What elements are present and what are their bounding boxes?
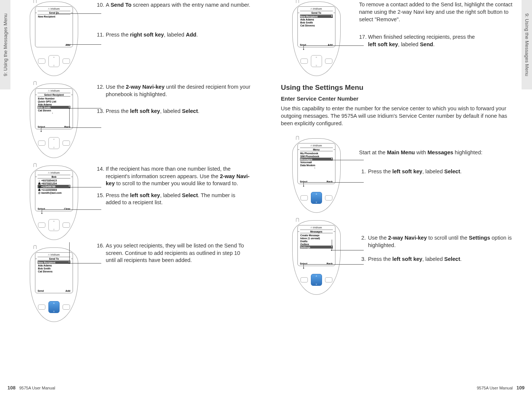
iridium-logo: iridium — [35, 89, 73, 93]
iridium-logo: iridium — [35, 253, 73, 257]
list-item: Cat Steven — [38, 109, 70, 112]
page-spread: 9: Using the Messages Menu iridium Send … — [0, 0, 532, 398]
iridium-logo: iridium — [298, 7, 335, 11]
navpad-highlighted — [48, 301, 60, 313]
list-item: New Recipient — [38, 15, 70, 18]
iridium-logo: iridium — [35, 7, 73, 11]
list-item-selected: Messages — [300, 158, 333, 161]
footer-right: 1099575A User Manual — [477, 385, 525, 391]
iridium-logo: iridium — [298, 225, 335, 230]
email-icon: @ — [38, 192, 41, 194]
phone-fig-16: iridium Send To New Recipient Ada Adams … — [30, 247, 78, 322]
step-m3: 3.Press the left soft key, labeled Selec… — [359, 256, 514, 263]
list-item: Ada Adams — [38, 264, 70, 267]
step-14: 14.If the recipient has more than one nu… — [97, 165, 251, 187]
step-15: 15.Press the left soft key, labeled Sele… — [97, 192, 251, 206]
list-item: My Phonebook — [300, 152, 333, 155]
list-item: Drafts — [300, 240, 333, 243]
list-item: Outbox — [300, 243, 333, 246]
list-item: Cat Stevens — [300, 24, 333, 27]
list-item-selected: New Recipient — [300, 15, 333, 18]
phone-fig-17: iridium Send To New Recipient Ada Adams … — [292, 1, 341, 76]
list-item-selected: Bob Smith — [38, 106, 70, 109]
list-item: Ada Adams — [38, 103, 70, 106]
footer-left: 1089575A User Manual — [7, 385, 55, 391]
page-right: 9: Using the Messages Menu iridium Send … — [266, 0, 532, 398]
list-item: Cat Stevens — [38, 270, 70, 273]
home-icon: ⌂ — [38, 179, 41, 182]
screen-title: Send To — [38, 11, 70, 15]
list-item-selected: 📱 +123456789 — [38, 185, 70, 188]
step-12: 12.Use the 2-way Navi-key until the desi… — [97, 83, 251, 98]
list-item: Bob Smith — [300, 21, 333, 24]
step-16: 16.As you select recipients, they will b… — [97, 242, 251, 264]
step-17: 17.When finished selecting recipients, p… — [359, 34, 514, 48]
section-heading: Using the Settings Menu — [281, 83, 514, 92]
chapter-label: 9: Using the Messages Menu — [524, 13, 530, 76]
down-arrow-icon: ↓ — [38, 112, 70, 114]
phone-screen: iridium Send To New Recipient Add — [35, 6, 73, 47]
list-item-selected: Settings — [300, 246, 333, 249]
step-m1: 1.Press the left soft key, labeled Selec… — [359, 168, 514, 176]
screen-title: Messages — [300, 230, 333, 233]
list-item: ⌂ +9373354415 — [38, 179, 70, 182]
list-item: SIM Phonebook — [300, 155, 333, 158]
list-item: Data Modem — [300, 164, 333, 167]
list-item: Enter Number — [38, 97, 70, 100]
list-item: Quick GPS List — [38, 100, 70, 103]
screen-title: Send To — [38, 257, 70, 260]
screen-title: Send To — [300, 11, 333, 15]
remove-note: To remove a contact added to the Send li… — [359, 1, 514, 23]
fax-icon: 🖷 — [38, 182, 41, 185]
page-number: 108 — [7, 385, 16, 391]
phone-fig-10: iridium Send To New Recipient Add — [30, 1, 78, 76]
doc-title: 9575A User Manual — [477, 386, 513, 390]
iridium-logo: iridium — [298, 143, 335, 148]
softkey-right: Add — [66, 290, 70, 292]
phone-fig-14: iridium Bob ⌂ +9373354415 🖷 +9373321234 … — [30, 165, 78, 240]
list-item: Inbox (1 unread) — [300, 237, 333, 240]
iridium-logo: iridium — [35, 171, 73, 175]
list-item: Bob Smith — [38, 267, 70, 270]
screen-title: Select Recipient — [38, 93, 70, 97]
list-item-selected: New Recipient — [38, 261, 70, 264]
down-arrow-icon: ↓ — [300, 167, 333, 168]
doc-title: 9575A User Manual — [19, 386, 55, 390]
list-item: 🖷 +9373321234 — [38, 182, 70, 185]
phone-fig-messages: iridium Messages Create Message Inbox (1… — [292, 220, 341, 295]
keypad — [30, 52, 78, 70]
phone-fig-menu: iridium Menu My Phonebook SIM Phonebook … — [292, 138, 341, 213]
softkey-left: Send — [38, 290, 44, 292]
step-10: 10.A Send To screen appears with the ent… — [97, 1, 251, 9]
chapter-tab-left: 9: Using the Messages Menu — [0, 0, 10, 89]
step-13: 13.Press the left soft key, labeled Sele… — [97, 108, 251, 115]
screen-title: Menu — [300, 148, 333, 151]
navpad-highlighted — [311, 274, 322, 286]
list-item: Create Message — [300, 234, 333, 237]
fax-icon: 🖷 — [38, 189, 41, 191]
page-left: 9: Using the Messages Menu iridium Send … — [0, 0, 266, 398]
chapter-tab-right: 9: Using the Messages Menu — [522, 0, 532, 89]
step-11: 11.Press the right soft key, labeled Add… — [97, 31, 251, 39]
phone-fig-12: iridium Select Recipient Enter Number Qu… — [30, 83, 78, 158]
screen-title: Bob — [38, 175, 70, 179]
page-number: 109 — [516, 385, 525, 391]
step-m2: 2.Use the 2-way Navi-key to scroll until… — [359, 234, 514, 249]
mobile-icon: 📱 — [38, 185, 41, 188]
list-item: 🖷 +1112223333 — [38, 188, 70, 191]
subsection-heading: Enter Service Center Number — [281, 95, 514, 102]
list-item: @ bsmith@aol.com — [38, 191, 70, 194]
navpad-highlighted — [311, 192, 322, 204]
menu-intro: Start at the Main Menu with Messages hig… — [359, 149, 514, 156]
chapter-label: 9: Using the Messages Menu — [3, 13, 8, 76]
list-item: Voicemail — [300, 161, 333, 164]
section-intro: Use this capability to enter the number … — [281, 105, 514, 127]
list-item: Ada Adams — [300, 18, 333, 21]
